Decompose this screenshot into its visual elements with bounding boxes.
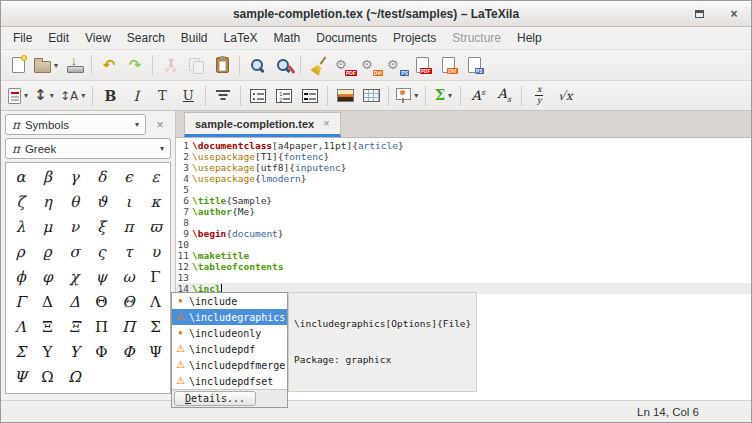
symbol-button[interactable]: ϱ <box>43 245 52 260</box>
symbol-button[interactable]: ν <box>70 220 79 235</box>
tab-close-icon[interactable]: × <box>323 118 329 129</box>
sections-button[interactable]: ▾ <box>5 83 31 109</box>
symbol-button[interactable]: Λ <box>150 295 161 310</box>
menu-view[interactable]: View <box>77 27 119 49</box>
view-ps-button[interactable]: PS <box>461 52 487 78</box>
menu-latex[interactable]: LaTeX <box>216 27 266 49</box>
clean-build-files-button[interactable] <box>305 52 331 78</box>
symbol-button[interactable]: Σ <box>150 320 161 335</box>
menu-edit[interactable]: Edit <box>40 27 77 49</box>
completion-item-include[interactable]: ●\include <box>172 293 287 309</box>
code-line[interactable]: 12\tableofcontents <box>176 261 751 272</box>
code-line[interactable]: 5 <box>176 184 751 195</box>
symbol-button[interactable]: ρ <box>16 245 25 260</box>
menu-documents[interactable]: Documents <box>308 27 385 49</box>
symbol-button[interactable]: Ω <box>68 370 80 385</box>
center-button[interactable] <box>210 83 236 109</box>
symbol-button[interactable]: η <box>43 195 52 210</box>
symbol-button[interactable]: Λ <box>15 320 26 335</box>
symbol-button[interactable]: α <box>15 170 25 185</box>
search-button[interactable] <box>244 52 270 78</box>
symbol-button[interactable]: χ <box>70 270 79 285</box>
completion-item-includepdfmerge[interactable]: ⚠\includepdfmerge <box>172 357 287 373</box>
symbol-button[interactable]: Υ <box>43 345 53 360</box>
symbol-button[interactable]: κ <box>151 195 160 210</box>
open-document-button[interactable]: ▾ <box>31 52 61 78</box>
presentation-button[interactable]: ▾ <box>393 83 421 109</box>
completion-item-includepdf[interactable]: ⚠\includepdf <box>172 341 287 357</box>
symbol-button[interactable]: Δ <box>69 295 80 310</box>
menu-build[interactable]: Build <box>173 27 216 49</box>
paste-button[interactable] <box>209 52 235 78</box>
menu-file[interactable]: File <box>5 27 40 49</box>
code-line[interactable]: 1\documentclass[a4paper,11pt]{article} <box>176 140 751 151</box>
close-button[interactable]: × <box>727 7 741 21</box>
view-dvi-button[interactable]: DVI <box>435 52 461 78</box>
symbol-button[interactable]: μ <box>43 220 53 235</box>
fraction-button[interactable]: xy <box>526 83 552 109</box>
completion-item-includeonly[interactable]: ●\includeonly <box>172 325 287 341</box>
insert-table-button[interactable] <box>358 83 384 109</box>
menu-search[interactable]: Search <box>119 27 173 49</box>
list-description-button[interactable] <box>297 83 323 109</box>
symbol-button[interactable]: Σ <box>15 345 26 360</box>
symbol-button[interactable]: π <box>124 220 134 235</box>
maximize-button[interactable] <box>692 7 706 21</box>
square-root-button[interactable]: √x <box>552 83 578 109</box>
symbol-button[interactable]: φ <box>42 270 53 285</box>
symbol-button[interactable]: θ <box>70 195 79 210</box>
symbol-button[interactable]: ζ <box>16 195 24 210</box>
menu-projects[interactable]: Projects <box>385 27 444 49</box>
symbol-button[interactable]: Ξ <box>69 320 80 335</box>
completion-item-includegraphics[interactable]: ⚠\includegraphics <box>172 309 287 325</box>
bold-button[interactable]: B <box>97 83 123 109</box>
code-line[interactable]: 13 <box>176 272 751 283</box>
symbol-button[interactable]: ϑ <box>96 195 107 210</box>
symbol-button[interactable]: ϵ <box>124 170 132 185</box>
symbol-button[interactable]: υ <box>151 245 160 260</box>
side-panel-close-button[interactable]: × <box>149 114 171 135</box>
symbol-button[interactable]: Φ <box>122 345 134 360</box>
symbol-button[interactable]: Φ <box>95 345 107 360</box>
tab-sample-completion[interactable]: sample-completion.tex × <box>184 112 341 137</box>
build-dvi-button[interactable]: ⚙DVI <box>357 52 383 78</box>
symbol-button[interactable]: τ <box>124 245 132 260</box>
characters-size-button[interactable]: ↕A▾ <box>57 83 88 109</box>
list-itemize-button[interactable] <box>245 83 271 109</box>
redo-button[interactable]: ↷ <box>122 52 148 78</box>
code-line[interactable]: 11\maketitle <box>176 250 751 261</box>
math-button[interactable]: Σ▾ <box>430 83 456 109</box>
symbol-button[interactable]: Ω <box>41 370 53 385</box>
symbol-button[interactable]: ι <box>126 195 132 210</box>
underline-button[interactable]: U <box>175 83 201 109</box>
code-line[interactable]: 8 <box>176 217 751 228</box>
build-pdf-button[interactable]: ⚙PDF <box>331 52 357 78</box>
symbol-button[interactable]: Δ <box>42 295 53 310</box>
symbol-button[interactable]: Ψ <box>14 370 27 385</box>
list-enumerate-button[interactable] <box>271 83 297 109</box>
completion-item-includepdfset[interactable]: ⚠\includepdfset <box>172 373 287 389</box>
code-line[interactable]: 10 <box>176 239 751 250</box>
menu-help[interactable]: Help <box>509 27 550 49</box>
symbol-button[interactable]: β <box>43 170 52 185</box>
symbol-button[interactable]: Υ <box>70 345 80 360</box>
build-ps-button[interactable]: ⚙PS <box>383 52 409 78</box>
symbol-button[interactable]: Π <box>122 320 135 335</box>
code-line[interactable]: 7\author{Me} <box>176 206 751 217</box>
symbol-button[interactable]: Ξ <box>42 320 53 335</box>
symbol-button[interactable]: ω <box>122 270 134 285</box>
symbol-button[interactable]: ε <box>152 170 160 185</box>
code-line[interactable]: 9\begin{document} <box>176 228 751 239</box>
symbol-category-combo[interactable]: π Greek ▾ <box>5 138 171 159</box>
symbol-button[interactable]: Γ <box>150 270 160 285</box>
menu-math[interactable]: Math <box>266 27 309 49</box>
symbol-button[interactable]: Γ <box>15 295 25 310</box>
code-line[interactable]: 3\usepackage[utf8]{inputenc} <box>176 162 751 173</box>
typewriter-button[interactable]: T <box>149 83 175 109</box>
panel-selector-combo[interactable]: π Symbols ▾ <box>5 114 146 135</box>
code-line[interactable]: 4\usepackage{lmodern} <box>176 173 751 184</box>
symbol-button[interactable]: Π <box>95 320 108 335</box>
symbol-button[interactable]: Θ <box>95 295 107 310</box>
symbol-button[interactable]: Θ <box>122 295 134 310</box>
titlebar[interactable]: sample-completion.tex (~/test/samples) –… <box>1 1 751 27</box>
